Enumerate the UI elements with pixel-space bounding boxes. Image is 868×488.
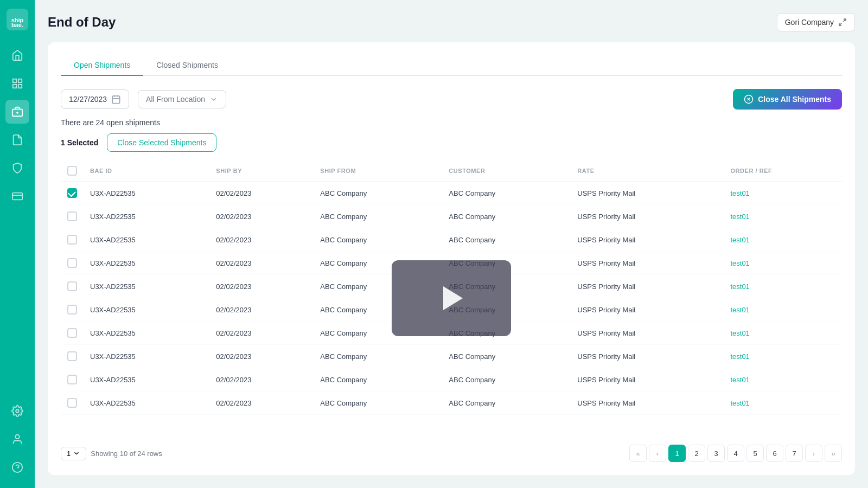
page-5[interactable]: 5 [746, 445, 764, 462]
app-logo[interactable]: ship bae. [7, 9, 28, 30]
cell-rate: USPS Priority Mail [571, 322, 724, 345]
table-row: U3X-AD2253502/02/2023ABC CompanyABC Comp… [61, 345, 842, 368]
cell-rate: USPS Priority Mail [571, 205, 724, 228]
tab-closed-shipments[interactable]: Closed Shipments [143, 55, 231, 76]
cell-ship-from: ABC Company [314, 252, 442, 275]
page-last[interactable]: » [825, 445, 842, 462]
chevron-down-icon [73, 450, 80, 457]
cell-order-ref: test01 [724, 391, 842, 415]
cell-order-ref: test01 [724, 345, 842, 368]
row-checkbox-1[interactable] [67, 211, 77, 221]
close-selected-button[interactable]: Close Selected Shipments [107, 133, 216, 152]
cell-bae-id: U3X-AD22535 [84, 182, 209, 205]
page-size-value: 1 [67, 450, 71, 458]
page-1[interactable]: 1 [668, 445, 686, 462]
cell-ship-by: 02/02/2023 [209, 322, 314, 345]
page-next[interactable]: › [805, 445, 822, 462]
pagination-center: « ‹ 1 2 3 4 5 6 7 › » [629, 445, 842, 462]
cell-ship-by: 02/02/2023 [209, 252, 314, 275]
close-all-button[interactable]: Close All Shipments [733, 89, 842, 110]
chevron-down-icon [209, 95, 218, 104]
cell-rate: USPS Priority Mail [571, 182, 724, 205]
row-checkbox-cell [61, 345, 84, 368]
content-card: Open Shipments Closed Shipments 12/27/20… [48, 42, 855, 475]
row-checkbox-0[interactable] [67, 188, 77, 198]
cell-ship-by: 02/02/2023 [209, 182, 314, 205]
tab-open-shipments[interactable]: Open Shipments [61, 55, 143, 76]
page-6[interactable]: 6 [766, 445, 783, 462]
row-checkbox-4[interactable] [67, 281, 77, 291]
row-checkbox-8[interactable] [67, 375, 77, 384]
row-checkbox-cell [61, 391, 84, 415]
expand-icon [838, 18, 847, 27]
sidebar-item-shop[interactable] [5, 72, 29, 95]
showing-text: Showing 10 of 24 rows [91, 450, 162, 458]
cell-rate: USPS Priority Mail [571, 345, 724, 368]
page-title: End of Day [48, 15, 116, 30]
cell-customer: ABC Company [442, 252, 571, 275]
cell-customer: ABC Company [442, 391, 571, 415]
table-row: U3X-AD2253502/02/2023ABC CompanyABC Comp… [61, 322, 842, 345]
location-value: All From Location [146, 95, 205, 104]
cell-ship-from: ABC Company [314, 275, 442, 298]
sidebar-item-user[interactable] [5, 427, 29, 451]
cell-rate: USPS Priority Mail [571, 275, 724, 298]
cell-order-ref: test01 [724, 252, 842, 275]
sidebar-item-help[interactable] [5, 455, 29, 479]
page-2[interactable]: 2 [688, 445, 705, 462]
svg-rect-10 [12, 193, 22, 200]
row-checkbox-cell [61, 275, 84, 298]
row-checkbox-5[interactable] [67, 305, 77, 314]
date-picker[interactable]: 12/27/2023 [61, 89, 129, 109]
col-ship-by: SHIP BY [209, 160, 314, 182]
cell-customer: ABC Company [442, 275, 571, 298]
cell-order-ref: test01 [724, 368, 842, 391]
table-row: U3X-AD2253502/02/2023ABC CompanyABC Comp… [61, 368, 842, 391]
sidebar-item-home[interactable] [5, 43, 29, 67]
sidebar-item-orders[interactable] [5, 128, 29, 152]
company-selector[interactable]: Gori Company [777, 13, 855, 31]
sidebar-item-shield[interactable] [5, 156, 29, 180]
pagination: 1 Showing 10 of 24 rows « ‹ 1 2 3 4 5 6 … [61, 445, 842, 462]
cell-ship-from: ABC Company [314, 182, 442, 205]
cell-ship-from: ABC Company [314, 345, 442, 368]
page-prev[interactable]: ‹ [649, 445, 666, 462]
col-customer: CUSTOMER [442, 160, 571, 182]
row-checkbox-7[interactable] [67, 351, 77, 361]
main-content: End of Day Gori Company Open Shipments C… [35, 0, 868, 488]
table-row: U3X-AD2253502/02/2023ABC CompanyABC Comp… [61, 391, 842, 415]
selected-count: 1 Selected [61, 138, 98, 147]
cell-bae-id: U3X-AD22535 [84, 391, 209, 415]
page-size-select[interactable]: 1 [61, 447, 86, 460]
shipments-table-container: BAE ID SHIP BY SHIP FROM CUSTOMER RATE O… [61, 160, 842, 436]
sidebar-item-card[interactable] [5, 184, 29, 208]
cell-ship-by: 02/02/2023 [209, 368, 314, 391]
svg-text:bae.: bae. [11, 22, 23, 28]
col-rate: RATE [571, 160, 724, 182]
row-checkbox-6[interactable] [67, 328, 77, 338]
cell-ship-by: 02/02/2023 [209, 275, 314, 298]
svg-line-17 [839, 23, 842, 25]
cell-order-ref: test01 [724, 275, 842, 298]
row-checkbox-2[interactable] [67, 235, 77, 245]
page-first[interactable]: « [629, 445, 647, 462]
sidebar-item-settings[interactable] [5, 399, 29, 423]
svg-rect-18 [112, 96, 120, 104]
row-checkbox-3[interactable] [67, 258, 77, 268]
cell-bae-id: U3X-AD22535 [84, 275, 209, 298]
page-4[interactable]: 4 [727, 445, 744, 462]
close-all-icon [744, 94, 754, 104]
cell-bae-id: U3X-AD22535 [84, 368, 209, 391]
row-checkbox-9[interactable] [67, 398, 77, 408]
page-3[interactable]: 3 [707, 445, 725, 462]
page-7[interactable]: 7 [786, 445, 803, 462]
toolbar-right: Close All Shipments [733, 89, 842, 110]
svg-point-13 [15, 435, 19, 439]
location-filter[interactable]: All From Location [138, 90, 226, 108]
select-all-checkbox[interactable] [67, 166, 77, 176]
cell-rate: USPS Priority Mail [571, 298, 724, 322]
cell-rate: USPS Priority Mail [571, 391, 724, 415]
cell-order-ref: test01 [724, 298, 842, 322]
cell-bae-id: U3X-AD22535 [84, 252, 209, 275]
sidebar-item-shipments[interactable] [5, 100, 29, 124]
